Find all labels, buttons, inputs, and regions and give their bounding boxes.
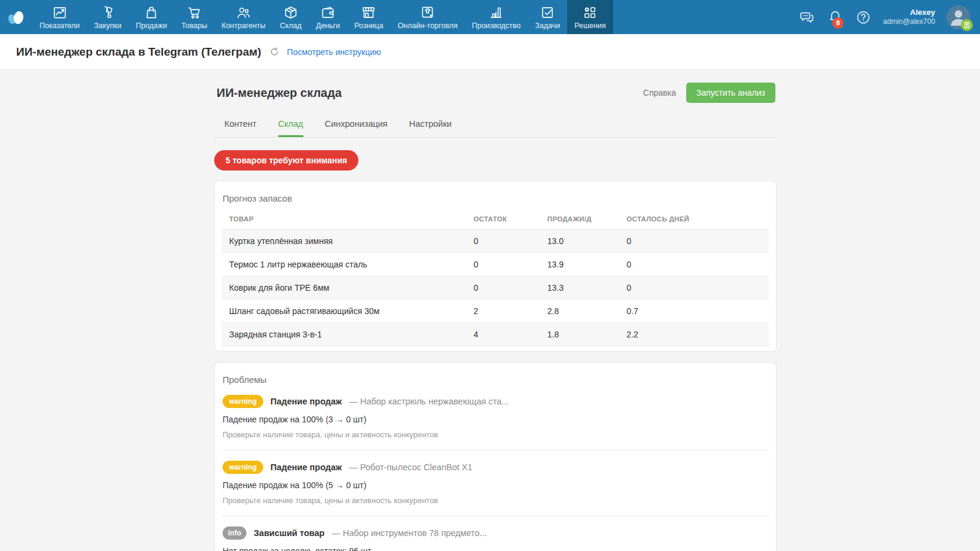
top-nav: Показатели Закупки Продажи Товары Контра… — [0, 0, 980, 34]
content-area: ИИ-менеджер склада Справка Запустить ана… — [0, 70, 980, 551]
instruction-link[interactable]: Посмотреть инструкцию — [287, 47, 381, 57]
tab[interactable]: Синхронизация — [325, 119, 388, 137]
days-left-cell: 2.2 — [626, 323, 769, 346]
factory-icon — [488, 5, 504, 20]
nav-item-label: Онлайн-торговля — [398, 22, 458, 30]
sales-per-day-cell: 13.9 — [547, 253, 627, 276]
tab[interactable]: Склад — [278, 119, 303, 137]
attention-alert-badge: 5 товаров требуют внимания — [214, 150, 358, 171]
column-days-left: ОСТАЛОСЬ ДНЕЙ — [626, 206, 769, 230]
product-cell: Коврик для йоги TPE 6мм — [222, 276, 473, 300]
forecast-card: Прогноз запасов ТОВАР ОСТАТОК ПРОДАЖИ/Д … — [214, 181, 777, 352]
nav-item[interactable]: Задачи — [528, 0, 567, 34]
nav-item-label: Деньги — [316, 22, 340, 30]
table-header-row: ТОВАР ОСТАТОК ПРОДАЖИ/Д ОСТАЛОСЬ ДНЕЙ — [222, 206, 769, 230]
days-left-cell: 0 — [626, 253, 769, 276]
problem-item: warning Падение продаж — Набор кастрюль … — [222, 385, 769, 450]
days-left-cell: 0 — [626, 230, 769, 253]
nav-item-label: Решения — [574, 22, 605, 30]
problems-card: Проблемы warning Падение продаж — Набор … — [214, 362, 777, 551]
nav-item[interactable]: Решения — [567, 0, 613, 34]
page-title-bar: ИИ-менеджер склада в Telegram (Телеграм)… — [0, 34, 980, 70]
nav-item[interactable]: Продажи — [129, 0, 174, 34]
column-sales-per-day: ПРОДАЖИ/Д — [547, 206, 627, 230]
stock-cell: 2 — [473, 300, 547, 323]
chart-icon — [52, 5, 68, 20]
nav-item[interactable]: Товары — [174, 0, 214, 34]
store-icon — [361, 5, 376, 20]
problem-item: info Зависший товар — Набор инструментов… — [222, 516, 769, 551]
nav-item[interactable]: Онлайн-торговля — [391, 0, 465, 34]
help-link[interactable]: Справка — [643, 88, 676, 98]
nav-item-label: Контрагенты — [221, 22, 266, 30]
table-row: Куртка утеплённая зимняя 0 13.0 0 — [222, 230, 769, 253]
product-cell: Термос 1 литр нержавеющая сталь — [222, 253, 473, 276]
sales-per-day-cell: 13.0 — [547, 230, 627, 253]
nav-item[interactable]: Показатели — [32, 0, 87, 34]
days-left-cell: 0 — [626, 276, 769, 300]
avatar[interactable] — [946, 5, 970, 29]
problem-product: — Набор инструментов 78 предмето... — [331, 528, 486, 538]
nav-item[interactable]: Склад — [273, 0, 309, 34]
stock-cell: 4 — [473, 323, 547, 346]
apps-icon — [582, 5, 598, 20]
nav-item[interactable]: Контрагенты — [214, 0, 273, 34]
problem-detail: Падение продаж на 100% (3 → 0 шт) — [223, 415, 768, 424]
problem-hint: Проверьте наличие товара, цены и активно… — [223, 496, 768, 505]
stock-cell: 0 — [473, 276, 547, 300]
refresh-icon[interactable] — [269, 47, 279, 57]
user-name: Alexey — [883, 8, 935, 17]
help-icon[interactable] — [855, 9, 872, 26]
problem-detail: Нет продаж за неделю, остаток: 96 шт — [223, 546, 768, 551]
box-icon — [283, 5, 299, 20]
run-analysis-button[interactable]: Запустить анализ — [686, 83, 775, 103]
tab[interactable]: Контент — [224, 119, 257, 137]
stock-cell: 0 — [473, 253, 547, 276]
bag-icon — [144, 5, 159, 20]
nav-item-label: Закупки — [94, 22, 121, 30]
severity-badge: warning — [223, 461, 263, 474]
problems-card-title: Проблемы — [222, 375, 769, 385]
nav-item[interactable]: Розница — [347, 0, 390, 34]
nav-item-label: Товары — [181, 22, 207, 30]
user-info[interactable]: Alexey admin@alex700 — [883, 8, 935, 26]
sales-per-day-cell: 1.8 — [547, 323, 627, 346]
column-product: ТОВАР — [222, 206, 473, 230]
problem-detail: Падение продаж на 100% (5 → 0 шт) — [223, 480, 768, 490]
notifications-bell-icon[interactable]: 8 — [827, 9, 844, 26]
app-logo[interactable] — [0, 0, 32, 34]
table-row: Шланг садовый растягивающийся 30м 2 2.8 … — [222, 300, 769, 323]
main-menu: Показатели Закупки Продажи Товары Контра… — [32, 0, 613, 34]
stock-cell: 0 — [473, 230, 547, 253]
product-cell: Зарядная станция 3-в-1 — [222, 323, 473, 346]
nav-item-label: Продажи — [136, 22, 167, 30]
app-heading: ИИ-менеджер склада — [217, 86, 342, 100]
problem-title: Зависший товар — [254, 528, 324, 538]
problem-title: Падение продаж — [270, 397, 342, 406]
table-row: Зарядная станция 3-в-1 4 1.8 2.2 — [222, 323, 769, 346]
wallet-icon — [320, 5, 336, 20]
sales-per-day-cell: 13.3 — [547, 276, 627, 300]
column-stock: ОСТАТОК — [473, 206, 547, 230]
table-row: Термос 1 литр нержавеющая сталь 0 13.9 0 — [222, 253, 769, 276]
nav-item-label: Розница — [354, 22, 383, 30]
nav-item[interactable]: Деньги — [309, 0, 347, 34]
forecast-card-title: Прогноз запасов — [222, 193, 769, 203]
page-title: ИИ-менеджер склада в Telegram (Телеграм) — [16, 45, 261, 59]
nav-item[interactable]: Закупки — [87, 0, 129, 34]
app-header: ИИ-менеджер склада Справка Запустить ана… — [214, 83, 777, 103]
product-cell: Шланг садовый растягивающийся 30м — [222, 300, 473, 323]
user-email: admin@alex700 — [883, 17, 935, 26]
cart-icon — [187, 5, 202, 20]
severity-badge: warning — [223, 395, 263, 408]
product-cell: Куртка утеплённая зимняя — [222, 230, 473, 253]
nav-item-label: Показатели — [39, 22, 80, 30]
chat-icon[interactable] — [799, 9, 815, 26]
tab[interactable]: Настройки — [409, 119, 452, 137]
nav-item[interactable]: Производство — [465, 0, 528, 34]
handtruck-icon — [100, 5, 115, 20]
avatar-status-badge — [961, 19, 973, 31]
severity-badge: info — [223, 526, 246, 540]
people-icon — [236, 5, 251, 20]
nav-item-label: Склад — [280, 22, 302, 30]
